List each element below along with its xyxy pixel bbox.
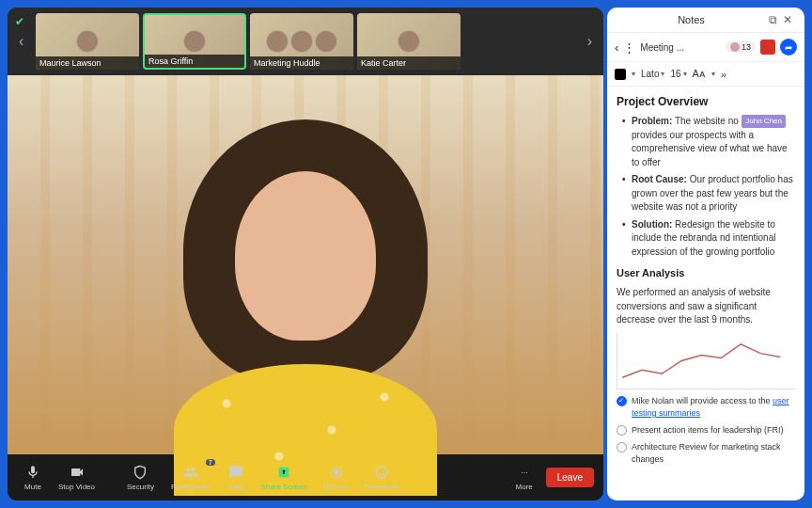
thumb-label: Marketing Huddle xyxy=(250,56,353,70)
svg-point-2 xyxy=(335,470,338,474)
chat-button[interactable]: Chat xyxy=(220,460,252,495)
gallery-prev[interactable]: ‹ xyxy=(15,29,27,54)
svg-point-3 xyxy=(376,467,387,478)
analysis-text: We performed an analysis of website conv… xyxy=(617,286,795,327)
participant-badge[interactable]: 13 xyxy=(726,41,756,53)
size-selector[interactable]: 16▾ xyxy=(670,69,686,79)
security-button[interactable]: Security xyxy=(119,460,162,495)
mic-icon xyxy=(24,464,41,481)
gallery-thumb[interactable]: Maurice Lawson xyxy=(36,13,139,70)
notes-subheader: ‹ ⋮ Meeting ... 13 ➦ xyxy=(607,33,804,62)
mute-button[interactable]: Mute xyxy=(17,460,49,495)
analysis-chart xyxy=(617,333,795,389)
thumb-label: Rosa Griffin xyxy=(145,55,244,68)
notes-content[interactable]: Project Overview Problem: The website no… xyxy=(607,87,804,500)
text-style-icon[interactable]: Aᴀ xyxy=(693,68,706,80)
meeting-toolbar: Mute Stop Video Security 7 Participants … xyxy=(8,454,603,500)
list-item: Solution: Redesign the website to includ… xyxy=(624,218,795,260)
gallery-thumb[interactable]: Rosa Griffin xyxy=(143,13,246,70)
participants-button[interactable]: 7 Participants xyxy=(164,460,218,495)
main-video[interactable] xyxy=(8,75,603,454)
task-item[interactable]: Present action items for leadership (FRI… xyxy=(617,424,795,437)
record-button[interactable]: Record xyxy=(317,460,356,495)
stop-video-button[interactable]: Stop Video xyxy=(51,460,102,495)
font-selector[interactable]: Lato▾ xyxy=(641,69,664,79)
leave-button[interactable]: Leave xyxy=(546,468,594,487)
reactions-button[interactable]: Reactions xyxy=(357,460,406,495)
thumb-label: Katie Carter xyxy=(357,56,461,70)
collab-cursor: John Chen xyxy=(742,115,786,128)
checkbox-icon[interactable] xyxy=(617,425,627,436)
meeting-name: Meeting ... xyxy=(640,42,721,53)
color-swatch[interactable] xyxy=(615,69,626,80)
notes-title: Notes xyxy=(617,14,766,25)
back-icon[interactable]: ‹ xyxy=(615,40,618,55)
people-icon xyxy=(182,464,199,481)
menu-icon[interactable]: ⋮ xyxy=(623,40,635,55)
checkbox-icon[interactable] xyxy=(617,442,627,452)
gallery-thumb[interactable]: Marketing Huddle xyxy=(250,13,353,70)
record-icon xyxy=(328,464,345,481)
video-pane: ✔ ‹ Maurice Lawson Rosa Griffin Marketin… xyxy=(8,8,603,500)
list-item: Root Cause: Our product portfolio has gr… xyxy=(624,173,795,214)
popout-icon[interactable]: ⧉ xyxy=(766,13,780,26)
notes-header: Notes ⧉ ✕ xyxy=(607,8,804,33)
share-note-button[interactable]: ➦ xyxy=(780,39,797,56)
task-item[interactable]: Architecture Review for marketing stack … xyxy=(617,441,795,466)
chevron-down-icon[interactable]: ▾ xyxy=(632,70,635,78)
gallery-thumb[interactable]: Katie Carter xyxy=(357,13,461,70)
close-icon[interactable]: ✕ xyxy=(780,13,795,26)
checkbox-checked-icon[interactable] xyxy=(617,396,627,406)
notes-pane: Notes ⧉ ✕ ‹ ⋮ Meeting ... 13 ➦ ▾ Lato▾ 1… xyxy=(607,8,804,500)
stop-record-button[interactable] xyxy=(760,40,775,55)
heading-overview: Project Overview xyxy=(617,94,795,110)
format-toolbar: ▾ Lato▾ 16▾ Aᴀ▾ » xyxy=(607,62,804,87)
camera-icon xyxy=(69,464,86,481)
shield-icon xyxy=(132,464,148,481)
more-button[interactable]: ⋯ More xyxy=(508,460,540,495)
more-format-icon[interactable]: » xyxy=(721,69,726,80)
share-screen-button[interactable]: Share Screen xyxy=(254,460,315,495)
thumb-label: Maurice Lawson xyxy=(36,56,139,70)
gallery-strip: ‹ Maurice Lawson Rosa Griffin Marketing … xyxy=(8,8,603,75)
verified-icon: ✔ xyxy=(15,15,24,28)
task-item[interactable]: Mike Nolan will provide access to the us… xyxy=(617,395,795,420)
share-icon xyxy=(275,464,292,481)
chat-icon xyxy=(227,464,244,481)
smile-icon xyxy=(373,464,390,481)
list-item: Problem: The website no longer provides … xyxy=(624,115,795,169)
participants-count: 7 xyxy=(206,459,215,466)
heading-analysis: User Analysis xyxy=(617,266,795,281)
gallery-next[interactable]: › xyxy=(584,29,596,54)
more-icon: ⋯ xyxy=(516,464,533,481)
